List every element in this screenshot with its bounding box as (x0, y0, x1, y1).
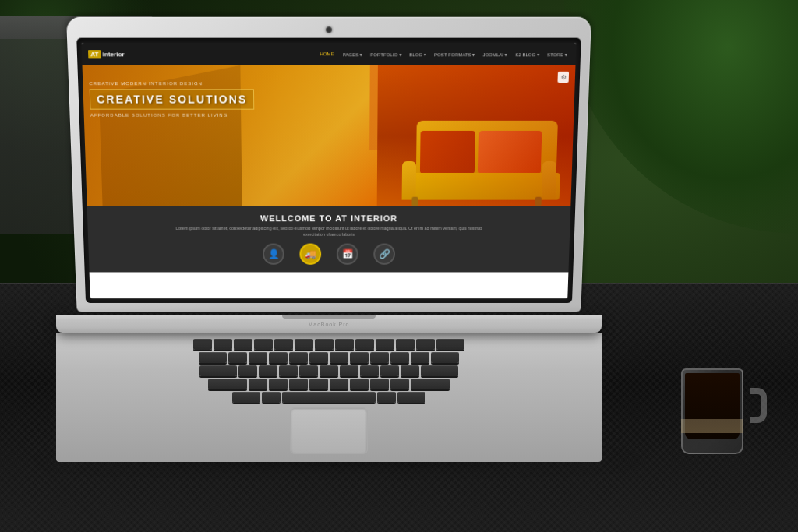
key (249, 379, 267, 389)
key (274, 339, 293, 350)
hero-subtitle: CREATIVE MODERN INTERIOR DESIGN (89, 81, 254, 86)
key (411, 352, 429, 363)
key (238, 365, 257, 376)
mug-handle (750, 388, 767, 423)
keyboard-row-4 (79, 379, 578, 389)
key (214, 339, 232, 350)
hero-title: CREATIVE SOLUTIONS (97, 93, 247, 105)
key (289, 379, 308, 389)
mug-body (681, 368, 743, 454)
laptop-hinge (282, 315, 376, 319)
hero-content: CREATIVE MODERN INTERIOR DESIGN CREATIVE… (89, 81, 254, 118)
key (193, 339, 212, 350)
keyboard-row-3 (79, 365, 578, 376)
key (234, 339, 252, 350)
key-shift-right (411, 379, 450, 389)
laptop-lid: AT interior HOME PAGES ▾ PORTFOLIO ▾ BLO… (66, 17, 591, 312)
feature-icon-truck: 🚚 (299, 244, 321, 265)
key (315, 339, 334, 350)
nav-items: HOME PAGES ▾ PORTFOLIO ▾ BLOG ▾ POST FOR… (316, 50, 570, 58)
key (309, 352, 328, 363)
macbook-label: MacBook Pro (308, 322, 349, 327)
key (360, 365, 379, 376)
key (228, 352, 247, 363)
feature-icon-person: 👤 (263, 244, 284, 265)
webcam (326, 26, 332, 33)
key (416, 339, 435, 350)
touchpad[interactable] (290, 407, 368, 454)
hero-tagline: AFFORDABLE SOLUTIONS FOR BETTER LIVING (90, 113, 255, 118)
key (390, 379, 409, 389)
features-row: 👤 🚚 📅 🔗 (94, 244, 563, 265)
key-shift-left (208, 379, 247, 389)
key (350, 379, 369, 389)
feature-icon-calendar: 📅 (337, 244, 358, 265)
key (320, 365, 338, 376)
nav-item-home[interactable]: HOME (316, 50, 337, 58)
laptop-body: AT interior HOME PAGES ▾ PORTFOLIO ▾ BLO… (56, 19, 602, 462)
nav-item-blog[interactable]: BLOG ▾ (407, 50, 429, 58)
logo-name: interior (102, 51, 124, 58)
key (380, 365, 399, 376)
key-caps (200, 365, 237, 376)
nav-item-post-formats[interactable]: POST FORMATS ▾ (432, 50, 478, 58)
site-logo: AT interior (88, 50, 125, 58)
key (330, 352, 348, 363)
screen-bezel: AT interior HOME PAGES ▾ PORTFOLIO ▾ BLO… (76, 38, 581, 303)
key (289, 352, 308, 363)
key-space (282, 392, 376, 403)
key-delete (436, 339, 464, 350)
screen: AT interior HOME PAGES ▾ PORTFOLIO ▾ BLO… (82, 43, 577, 298)
feature-icon-link: 🔗 (373, 244, 395, 265)
key (350, 352, 369, 363)
nav-item-pages[interactable]: PAGES ▾ (341, 50, 365, 58)
logo-box: AT (88, 50, 101, 58)
key (330, 379, 348, 389)
key-cmd-right (397, 392, 425, 403)
site-welcome: WELLCOME TO AT INTERIOR Lorem ipsum dolo… (87, 206, 571, 273)
key-alt-right (377, 392, 396, 403)
key (396, 339, 415, 350)
site-navbar: AT interior HOME PAGES ▾ PORTFOLIO ▾ BLO… (82, 43, 577, 65)
settings-icon[interactable]: ⚙ (557, 72, 569, 83)
key (335, 339, 354, 350)
key (376, 339, 394, 350)
keyboard-row-5 (79, 392, 578, 403)
laptop-keyboard-area (56, 333, 602, 462)
key (340, 365, 358, 376)
hero-title-box: CREATIVE SOLUTIONS (90, 89, 255, 109)
keyboard-rows (79, 339, 578, 403)
mug-band (681, 419, 743, 433)
nav-item-store[interactable]: STORE ▾ (545, 50, 570, 58)
key-tab (199, 352, 227, 363)
coffee-mug (681, 368, 751, 454)
key-enter (421, 365, 458, 376)
key (401, 365, 419, 376)
key (370, 352, 389, 363)
key (259, 365, 277, 376)
key (269, 352, 288, 363)
nav-item-joomla[interactable]: JOOMLA! ▾ (480, 50, 510, 58)
key-alt-left (262, 392, 281, 403)
key (254, 339, 273, 350)
site-hero: CREATIVE MODERN INTERIOR DESIGN CREATIVE… (83, 65, 576, 206)
laptop: AT interior HOME PAGES ▾ PORTFOLIO ▾ BLO… (16, 19, 642, 462)
welcome-text: Lorem ipsum dolor sit amet, consectetur … (175, 226, 484, 238)
key (295, 339, 313, 350)
laptop-base: MacBook Pro (56, 315, 602, 462)
key (355, 339, 374, 350)
key (309, 379, 328, 389)
key (390, 352, 409, 363)
key (370, 379, 389, 389)
key (249, 352, 267, 363)
key (299, 365, 318, 376)
nav-item-portfolio[interactable]: PORTFOLIO ▾ (368, 50, 404, 58)
key (279, 365, 298, 376)
keyboard-row-1 (79, 339, 578, 350)
welcome-title: WELLCOME TO AT INTERIOR (94, 213, 564, 223)
key-return (431, 352, 459, 363)
nav-item-k2blog[interactable]: K2 BLOG ▾ (513, 50, 542, 58)
key-cmd-left (232, 392, 260, 403)
laptop-bottom: MacBook Pro (56, 315, 602, 333)
key (269, 379, 288, 389)
